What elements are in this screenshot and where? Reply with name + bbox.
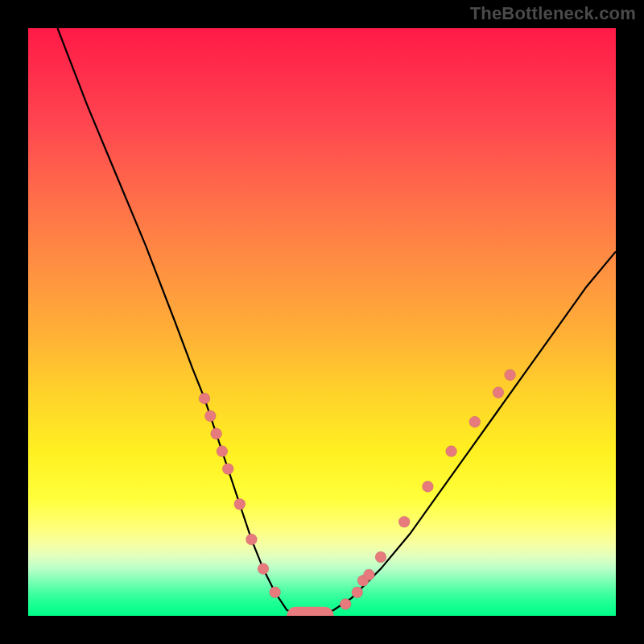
- data-point: [398, 516, 410, 527]
- data-point: [446, 446, 457, 457]
- data-point: [493, 387, 504, 398]
- plateau-marker: [287, 607, 333, 616]
- watermark-text: TheBottleneck.com: [470, 3, 636, 24]
- data-point: [217, 446, 228, 457]
- chart-frame: TheBottleneck.com: [0, 0, 644, 644]
- data-point: [469, 416, 481, 427]
- data-point: [222, 464, 233, 475]
- data-point: [199, 393, 210, 404]
- data-point: [270, 587, 281, 598]
- data-point: [234, 498, 246, 510]
- data-point: [258, 564, 269, 575]
- bottleneck-curve: [58, 28, 617, 616]
- plot-area: [28, 28, 616, 616]
- data-point: [204, 411, 216, 422]
- data-markers: [199, 369, 516, 610]
- data-point: [246, 534, 257, 545]
- data-point: [375, 551, 386, 563]
- data-point: [505, 369, 516, 381]
- data-point: [422, 481, 433, 492]
- data-point: [211, 428, 222, 440]
- data-point: [352, 587, 363, 598]
- data-point: [340, 598, 351, 609]
- chart-overlay: [28, 28, 616, 616]
- data-point: [363, 569, 374, 580]
